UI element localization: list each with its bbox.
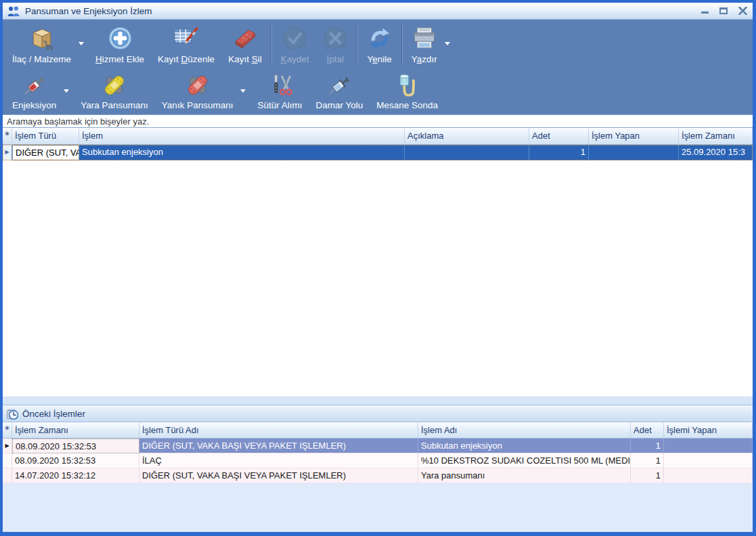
ilac-malzeme-button[interactable]: İlaç / Malzeme bbox=[5, 20, 89, 68]
yazdir-button[interactable]: Yazdır bbox=[405, 20, 455, 68]
kayit-sil-label: Kayıt Sil bbox=[228, 54, 262, 65]
column-header-adet[interactable]: Adet bbox=[631, 422, 664, 439]
previous-operations-grid: ✳ İşlem Zamanı İşlem Türü Adı İşlem Adı … bbox=[3, 422, 753, 532]
yara-pansumani-label: Yara Pansumanı bbox=[81, 100, 148, 111]
cell-islemi-yapan[interactable] bbox=[664, 453, 753, 468]
enjeksiyon-label: Enjeksiyon bbox=[12, 100, 56, 111]
cell-islem[interactable]: Subkutan enjeksiyon bbox=[79, 145, 405, 160]
iptal-button[interactable]: İptal bbox=[316, 20, 355, 68]
table-row[interactable]: 14.07.2020 15:32:12 DIĞER (SUT, VAKA BAŞ… bbox=[3, 468, 753, 483]
iptal-label: İptal bbox=[326, 54, 344, 65]
cell-islem-turu[interactable]: DIĞER (SUT, VAK bbox=[12, 145, 79, 160]
check-circle-icon bbox=[282, 22, 307, 54]
toolbar-separator bbox=[401, 24, 403, 65]
previous-grid-header: ✳ İşlem Zamanı İşlem Türü Adı İşlem Adı … bbox=[3, 422, 753, 439]
maximize-button[interactable] bbox=[719, 7, 728, 15]
kayit-duzenle-label: Kayıt Düzenle bbox=[158, 54, 215, 65]
search-bar bbox=[3, 114, 753, 128]
app-window: Pansuman ve Enjeksiyon İzlem bbox=[0, 0, 756, 536]
minimize-button[interactable] bbox=[700, 7, 709, 15]
column-header-islem[interactable]: İşlem bbox=[79, 128, 405, 145]
row-marker-icon bbox=[3, 468, 12, 483]
grid-empty-area bbox=[3, 160, 753, 396]
hizmet-ekle-label: Hizmet Ekle bbox=[95, 54, 144, 65]
grid-empty-area bbox=[3, 483, 753, 532]
yanik-pansumani-label: Yanık Pansumanı bbox=[162, 100, 234, 111]
search-input[interactable] bbox=[3, 115, 753, 127]
row-marker-icon bbox=[3, 453, 12, 468]
cell-islem-turu-adi[interactable]: İLAÇ bbox=[139, 453, 418, 468]
cell-islem-zamani[interactable]: 25.09.2020 15:3 bbox=[679, 145, 753, 160]
cell-adet[interactable]: 1 bbox=[631, 468, 664, 483]
enjeksiyon-button[interactable]: Enjeksiyon bbox=[5, 69, 74, 114]
cell-islem-yapan[interactable] bbox=[589, 145, 679, 160]
cell-islem-turu-adi[interactable]: DIĞER (SUT, VAKA BAŞI VEYA PAKET IŞLEMLE… bbox=[139, 468, 418, 483]
cell-aciklama[interactable] bbox=[405, 145, 529, 160]
refresh-icon bbox=[367, 22, 393, 54]
cell-islem-adi[interactable]: Yara pansumanı bbox=[418, 468, 631, 483]
yenile-button[interactable]: Yenile bbox=[360, 20, 399, 68]
printer-icon bbox=[412, 22, 437, 54]
yanik-pansumani-button[interactable]: Yanık Pansumanı bbox=[155, 69, 251, 114]
syringe-red-icon bbox=[22, 71, 47, 100]
column-header-islem-yapan[interactable]: İşlem Yapan bbox=[589, 128, 679, 145]
current-operations-grid: ✳ İşlem Türü İşlem Açıklama Adet İşlem Y… bbox=[3, 128, 753, 405]
current-grid-header: ✳ İşlem Türü İşlem Açıklama Adet İşlem Y… bbox=[3, 128, 753, 145]
close-button[interactable] bbox=[738, 7, 747, 15]
previous-operations-title: Önceki İşlemler bbox=[22, 409, 85, 419]
syringe-blue-icon bbox=[326, 71, 352, 100]
table-row[interactable]: ▶ 08.09.2020 15:32:53 DIĞER (SUT, VAKA B… bbox=[3, 439, 753, 453]
column-header-islemi-yapan[interactable]: İşlemi Yapan bbox=[664, 422, 753, 439]
toolbar-separator bbox=[357, 24, 358, 65]
column-header-aciklama[interactable]: Açıklama bbox=[405, 128, 529, 145]
yara-pansumani-button[interactable]: Yara Pansumanı bbox=[74, 69, 155, 114]
column-header-islem-adi[interactable]: İşlem Adı bbox=[418, 422, 631, 439]
column-header-adet[interactable]: Adet bbox=[529, 128, 589, 145]
kaydet-button[interactable]: Kaydet bbox=[274, 20, 316, 68]
cell-islem-adi[interactable]: Subkutan enjeksiyon bbox=[418, 439, 631, 453]
bandage-red-icon bbox=[185, 71, 210, 100]
column-header-islem-turu-adi[interactable]: İşlem Türü Adı bbox=[139, 422, 418, 439]
scalpel-scissors-icon bbox=[267, 71, 292, 100]
kaydet-label: Kaydet bbox=[281, 54, 309, 65]
kayit-sil-button[interactable]: Kayıt Sil bbox=[221, 20, 269, 68]
table-pencil-icon bbox=[173, 22, 199, 54]
toolbar: İlaç / Malzeme Hizmet Ekle bbox=[3, 20, 753, 114]
cell-islemi-yapan[interactable] bbox=[664, 468, 753, 483]
toolbar-separator bbox=[271, 24, 272, 65]
column-header-islem-zamani[interactable]: İşlem Zamanı bbox=[12, 422, 139, 439]
header-marker-icon: ✳ bbox=[3, 128, 12, 145]
kayit-duzenle-button[interactable]: Kayıt Düzenle bbox=[151, 20, 221, 68]
sutur-alimi-button[interactable]: Sütür Alımı bbox=[250, 69, 309, 114]
hizmet-ekle-button[interactable]: Hizmet Ekle bbox=[89, 20, 151, 68]
cell-islemi-yapan[interactable] bbox=[664, 439, 753, 453]
bandage-yellow-icon bbox=[102, 71, 127, 100]
chevron-down-icon bbox=[79, 42, 84, 45]
previous-operations-header: Önceki İşlemler bbox=[3, 405, 753, 422]
column-header-islem-turu[interactable]: İşlem Türü bbox=[12, 128, 79, 145]
mesane-sonda-button[interactable]: Mesane Sonda bbox=[370, 69, 445, 114]
cell-adet[interactable]: 1 bbox=[631, 439, 664, 453]
eraser-icon bbox=[232, 22, 258, 54]
row-marker-icon: ▶ bbox=[3, 439, 12, 453]
table-row[interactable]: ▶ DIĞER (SUT, VAK Subkutan enjeksiyon 1 … bbox=[3, 145, 753, 160]
splitter[interactable] bbox=[3, 396, 753, 405]
cell-islem-zamani[interactable]: 08.09.2020 15:32:53 bbox=[12, 439, 139, 453]
table-row[interactable]: 08.09.2020 15:32:53 İLAÇ %10 DEKSTROZ SU… bbox=[3, 453, 753, 468]
cell-adet[interactable]: 1 bbox=[529, 145, 589, 160]
cell-islem-zamani[interactable]: 08.09.2020 15:32:53 bbox=[12, 453, 139, 468]
cell-islem-adi[interactable]: %10 DEKSTROZ SUDAKI COZELTISI 500 ML (ME… bbox=[418, 453, 631, 468]
row-marker-icon: ▶ bbox=[3, 145, 12, 160]
cell-islem-turu-adi[interactable]: DIĞER (SUT, VAKA BAŞI VEYA PAKET IŞLEMLE… bbox=[139, 439, 418, 453]
title-bar: Pansuman ve Enjeksiyon İzlem bbox=[3, 3, 753, 20]
cell-islem-zamani[interactable]: 14.07.2020 15:32:12 bbox=[12, 468, 139, 483]
ilac-malzeme-label: İlaç / Malzeme bbox=[12, 54, 71, 65]
column-header-islem-zamani[interactable]: İşlem Zamanı bbox=[679, 128, 753, 145]
chevron-down-icon bbox=[64, 89, 69, 93]
mesane-sonda-label: Mesane Sonda bbox=[376, 100, 438, 111]
damar-yolu-button[interactable]: Damar Yolu bbox=[309, 69, 370, 114]
cell-adet[interactable]: 1 bbox=[631, 453, 664, 468]
plus-circle-icon bbox=[108, 22, 133, 54]
x-circle-icon bbox=[323, 22, 348, 54]
catheter-icon bbox=[395, 71, 420, 100]
